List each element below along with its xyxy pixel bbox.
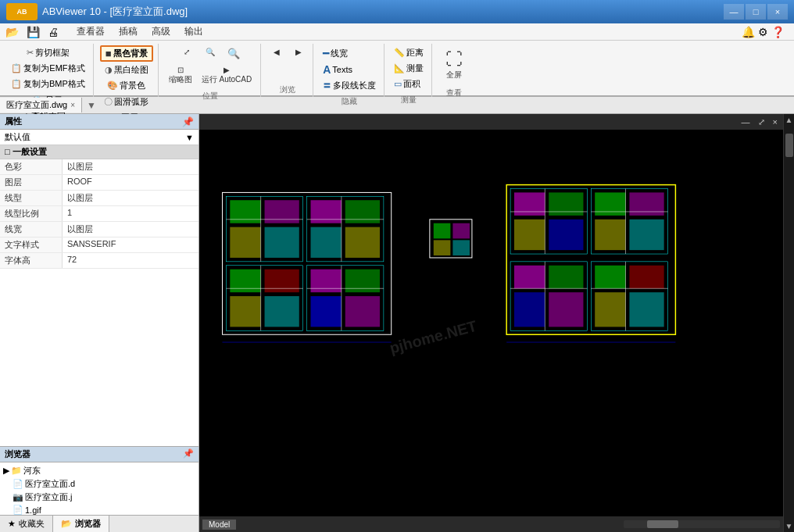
- svg-rect-47: [629, 220, 663, 250]
- tree-item-label: 河东: [23, 465, 41, 477]
- tree-item-dwg[interactable]: 📄 医疗室立面.d: [11, 477, 197, 491]
- measure-label: 测量: [406, 62, 424, 74]
- qa-open-icon[interactable]: 📂: [3, 25, 21, 39]
- run-autocad-button[interactable]: ▶ 运行 AutoCAD: [198, 63, 256, 87]
- menu-insert[interactable]: 插稿: [113, 23, 144, 40]
- quick-access-toolbar: 📂 💾 🖨: [3, 25, 61, 39]
- maximize-button[interactable]: □: [746, 4, 766, 20]
- document-tab-active[interactable]: 医疗室立面.dwg ×: [0, 98, 82, 112]
- linewidth-button[interactable]: ━ 线宽: [320, 45, 379, 61]
- title-bar: AB ABViewer 10 - [医疗室立面.dwg] — □ ×: [0, 0, 794, 23]
- favorites-icon: ★: [8, 519, 16, 529]
- minimize-button[interactable]: —: [724, 4, 744, 20]
- title-bar-controls[interactable]: — □ ×: [724, 4, 788, 20]
- close-button[interactable]: ×: [767, 4, 788, 20]
- copy-bmp-label: 复制为BMP格式: [23, 78, 85, 90]
- canvas-close-icon[interactable]: ×: [771, 116, 780, 127]
- tree-item-gif[interactable]: 📄 1.gif: [11, 504, 197, 515]
- zoom-out-button[interactable]: 🔍: [223, 45, 245, 62]
- browser-tab-label: 浏览器: [75, 518, 101, 530]
- measure-group-label: 测量: [401, 95, 417, 105]
- properties-panel-header: 属性 📌: [0, 114, 198, 130]
- svg-rect-40: [549, 220, 583, 250]
- properties-dropdown[interactable]: 默认值 ▼: [0, 130, 198, 145]
- next-page-button[interactable]: ▶: [289, 45, 308, 59]
- qa-save-icon[interactable]: 💾: [24, 25, 42, 39]
- svg-rect-52: [549, 266, 583, 288]
- cut-frame-label: 剪切框架: [35, 47, 70, 59]
- fullscreen-button[interactable]: ⛶ 全屏: [438, 45, 470, 84]
- copy-emf-button[interactable]: 📋 复制为EMF格式: [8, 61, 88, 76]
- copy-emf-icon: 📋: [11, 63, 22, 73]
- bg-color-button[interactable]: 🎨 背景色: [104, 78, 148, 93]
- browser-pin-icon[interactable]: 📌: [183, 448, 194, 460]
- canvas-main[interactable]: pjhome.NET: [199, 130, 783, 516]
- canvas-minimize-icon[interactable]: —: [739, 116, 753, 127]
- area-button[interactable]: ▭ 面积: [391, 77, 427, 91]
- canvas-maximize-icon[interactable]: ⤢: [756, 116, 767, 128]
- svg-rect-38: [549, 192, 583, 215]
- props-val-textstyle: SANSSERIF: [63, 237, 198, 252]
- ribbon-group-hide: ━ 线宽 A Texts 〓 多段线长度 隐藏: [315, 44, 384, 97]
- scroll-up-icon[interactable]: ▲: [784, 114, 794, 126]
- info-icon[interactable]: ❓: [771, 26, 785, 38]
- cut-frame-button[interactable]: ✂ 剪切框架: [23, 45, 73, 60]
- tree-expand-icon: ▶: [3, 466, 9, 476]
- menu-advanced[interactable]: 高级: [145, 23, 177, 40]
- texts-button[interactable]: A Texts: [320, 62, 379, 77]
- tree-item-jpg[interactable]: 📷 医疗室立面.j: [11, 491, 197, 504]
- autocad-label: 运行 AutoCAD: [202, 74, 252, 85]
- properties-panel: 属性 📌 默认值 ▼ □ 一般设置 色彩 以图层 图层 ROOF 线型: [0, 114, 198, 446]
- bg-color-label: 背景色: [120, 80, 145, 91]
- menu-bar: 📂 💾 🖨 查看器 插稿 高级 输出 🔔 ⚙ ❓: [0, 23, 794, 41]
- menu-viewer[interactable]: 查看器: [70, 23, 111, 40]
- black-bg-button[interactable]: ■ 黑色背景: [100, 45, 153, 62]
- properties-pin-icon[interactable]: 📌: [182, 116, 194, 127]
- doc-tab-close-icon[interactable]: ×: [70, 101, 75, 109]
- model-tab[interactable]: Model: [202, 520, 236, 530]
- svg-rect-39: [514, 220, 545, 250]
- qa-print-icon[interactable]: 🖨: [45, 25, 61, 39]
- tab-dropdown-icon[interactable]: ▼: [82, 98, 101, 112]
- svg-rect-13: [345, 227, 380, 258]
- help-icon[interactable]: 🔔: [742, 26, 755, 38]
- smooth-arc-button[interactable]: 〇 圆滑弧形: [101, 95, 152, 109]
- polyline-length-button[interactable]: 〓 多段线长度: [320, 78, 379, 93]
- bw-drawing-button[interactable]: ◑ 黑白绘图: [102, 62, 152, 77]
- svg-rect-60: [595, 292, 625, 327]
- zoom-extents-button[interactable]: ⤢: [176, 45, 198, 62]
- measure-button[interactable]: 📐 测量: [391, 61, 427, 76]
- scroll-down-icon[interactable]: ▼: [784, 520, 794, 532]
- prev-page-button[interactable]: ◀: [267, 45, 286, 59]
- vertical-scrollbar[interactable]: ▲ ▼: [783, 114, 794, 532]
- zoom-in-button[interactable]: 🔍: [199, 45, 221, 62]
- settings-icon[interactable]: ⚙: [758, 26, 768, 38]
- tree-file-icon: 📄: [13, 479, 23, 489]
- svg-rect-32: [452, 223, 470, 239]
- prev-page-icon: ◀: [274, 48, 280, 56]
- copy-emf-label: 复制为EMF格式: [23, 62, 84, 74]
- browser-tab[interactable]: 📂 浏览器: [53, 516, 109, 532]
- svg-rect-17: [230, 270, 260, 292]
- logo-text: AB: [17, 8, 27, 16]
- browser-tree: ▶ 📁 河东 📄 医疗室立面.d 📷 医疗室立面.j 📄 1.gif: [0, 462, 198, 515]
- copy-bmp-button[interactable]: 📋 复制为BMP格式: [8, 77, 88, 91]
- tree-item-hedong[interactable]: ▶ 📁 河东: [2, 464, 197, 477]
- distance-button[interactable]: 📏 距离: [391, 45, 427, 60]
- favorites-tab[interactable]: ★ 收藏夹: [0, 516, 53, 532]
- tree-item-gif-label: 1.gif: [25, 505, 41, 515]
- svg-rect-19: [230, 296, 260, 327]
- svg-rect-12: [311, 227, 342, 258]
- scroll-thumb[interactable]: [785, 134, 793, 157]
- area-label: 面积: [403, 78, 420, 90]
- ribbon-group-browse: ◀ ▶ 浏览: [263, 44, 313, 97]
- smooth-arc-icon: 〇: [104, 96, 113, 108]
- ribbon-toolbar: ✂ 剪切框架 📋 复制为EMF格式 📋 复制为BMP格式 🔍 显示: [0, 41, 794, 97]
- title-text: ABViewer 10 - [医疗室立面.dwg]: [42, 5, 188, 19]
- properties-dropdown-arrow: ▼: [185, 133, 194, 142]
- smooth-arc-label: 圆滑弧形: [114, 96, 148, 108]
- menu-output[interactable]: 输出: [178, 23, 209, 40]
- thumbnail-button[interactable]: ⊡ 缩略图: [165, 63, 196, 87]
- props-val-layer: ROOF: [63, 175, 198, 190]
- zoom-out-icon: 🔍: [227, 48, 240, 59]
